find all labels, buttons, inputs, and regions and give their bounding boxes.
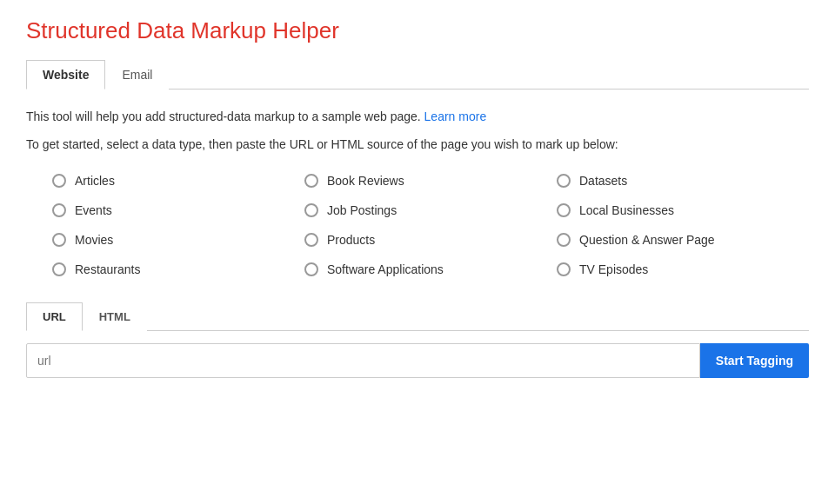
radio-local-businesses[interactable]: Local Businesses [557,203,809,217]
radio-events[interactable]: Events [52,203,304,217]
radio-circle-events [52,203,66,217]
radio-datasets[interactable]: Datasets [557,174,809,188]
radio-label-question-answer-page: Question & Answer Page [579,233,715,247]
radio-circle-software-applications [304,262,318,276]
radio-label-events: Events [75,203,112,217]
url-row: Start Tagging [26,343,809,378]
learn-more-link[interactable]: Learn more [424,109,487,123]
instruction-text: To get started, select a data type, then… [26,135,809,154]
radio-movies[interactable]: Movies [52,233,304,247]
radio-label-job-postings: Job Postings [327,203,397,217]
radio-label-restaurants: Restaurants [75,262,140,276]
radio-circle-datasets [557,174,571,188]
radio-circle-articles [52,174,66,188]
radio-circle-tv-episodes [557,262,571,276]
radio-products[interactable]: Products [304,233,557,247]
radio-circle-local-businesses [557,203,571,217]
radio-label-software-applications: Software Applications [327,262,444,276]
radio-circle-products [304,233,318,247]
radio-circle-book-reviews [304,174,318,188]
radio-restaurants[interactable]: Restaurants [52,262,304,276]
tab-url[interactable]: URL [26,302,83,331]
radio-circle-movies [52,233,66,247]
description-text: This tool will help you add structured-d… [26,107,809,126]
radio-software-applications[interactable]: Software Applications [304,262,557,276]
radio-job-postings[interactable]: Job Postings [304,203,557,217]
radio-book-reviews[interactable]: Book Reviews [304,174,557,188]
top-tabs: Website Email [26,60,809,90]
start-tagging-button[interactable]: Start Tagging [700,343,809,378]
bottom-tabs: URL HTML [26,302,809,331]
radio-label-local-businesses: Local Businesses [579,203,674,217]
radio-tv-episodes[interactable]: TV Episodes [557,262,809,276]
tab-website[interactable]: Website [26,60,105,90]
radio-label-book-reviews: Book Reviews [327,174,404,188]
radio-label-tv-episodes: TV Episodes [579,262,648,276]
tab-email[interactable]: Email [105,60,169,90]
radio-label-movies: Movies [75,233,113,247]
radio-articles[interactable]: Articles [52,174,304,188]
tab-html[interactable]: HTML [83,302,147,331]
page-title: Structured Data Markup Helper [26,17,809,44]
radio-label-products: Products [327,233,375,247]
radio-label-datasets: Datasets [579,174,627,188]
radio-circle-restaurants [52,262,66,276]
radio-circle-question-answer-page [557,233,571,247]
radio-question-answer-page[interactable]: Question & Answer Page [557,233,809,247]
radio-circle-job-postings [304,203,318,217]
data-types-grid: Articles Book Reviews Datasets Events Jo… [26,174,809,276]
description-static: This tool will help you add structured-d… [26,109,421,123]
radio-label-articles: Articles [75,174,115,188]
url-input[interactable] [26,343,700,378]
